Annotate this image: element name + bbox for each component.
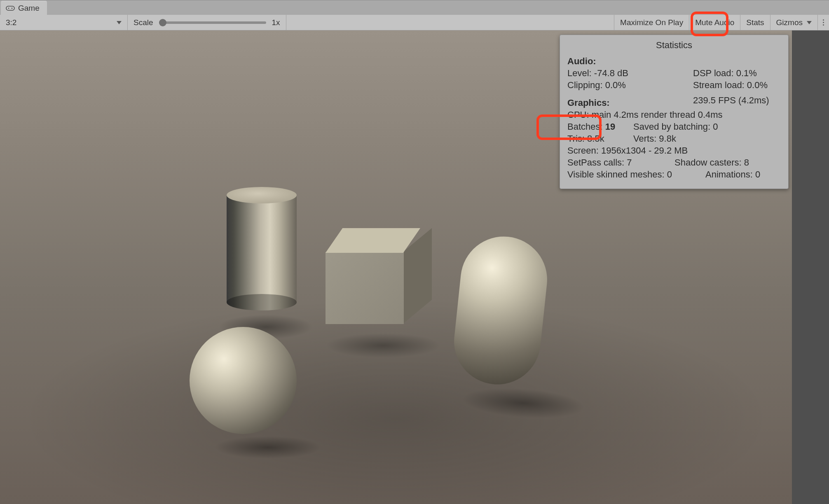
stats-label: Stats [746,18,764,27]
mute-label: Mute Audio [695,18,734,27]
capsule-primitive [450,232,551,389]
audio-dsp: DSP load: 0.1% [693,67,757,79]
scale-label: Scale [133,18,153,27]
graphics-tris: Tris: 8.5k [567,133,633,145]
scale-group: Scale 1x [128,15,286,30]
game-icon [6,5,15,12]
gizmos-label: Gizmos [776,18,803,27]
cube-shadow [326,333,441,358]
audio-stream: Stream load: 0.0% [693,79,768,91]
aspect-value: 3:2 [6,18,16,27]
chevron-down-icon [807,21,812,24]
maximize-on-play-button[interactable]: Maximize On Play [614,15,689,30]
tab-label: Game [18,4,40,13]
stats-button[interactable]: Stats [740,15,770,30]
graphics-cpu: CPU: main 4.2ms render thread 0.4ms [567,109,781,121]
svg-point-1 [8,7,9,9]
chevron-down-icon [117,21,122,24]
stats-title: Statistics [567,39,781,51]
cube-primitive [326,228,420,323]
mute-audio-button[interactable]: Mute Audio [689,15,740,30]
sphere-primitive [190,327,297,434]
graphics-screen: Screen: 1956x1304 - 29.2 MB [567,145,781,156]
aspect-dropdown[interactable]: 3:2 [0,15,128,30]
svg-rect-0 [6,6,14,10]
cylinder-primitive [227,187,297,310]
slider-thumb[interactable] [159,19,166,26]
right-gutter [792,30,829,504]
statistics-panel: Statistics Audio: Level: -74.8 dB DSP lo… [560,35,789,189]
graphics-shadow: Shadow casters: 8 [674,156,749,168]
audio-clipping: Clipping: 0.0% [567,79,693,91]
sphere-shadow [214,436,321,459]
kebab-icon [823,19,824,26]
toolbar: 3:2 Scale 1x Maximize On Play Mute Audio… [0,15,829,30]
graphics-setpass: SetPass calls: 7 [567,156,674,168]
capsule-shadow [461,385,586,422]
graphics-header: Graphics: [567,97,693,109]
graphics-anim: Animations: 0 [705,168,760,180]
graphics-fps: 239.5 FPS (4.2ms) [693,94,769,109]
svg-point-2 [12,7,13,9]
scale-value: 1x [272,18,280,27]
audio-header: Audio: [567,55,781,67]
graphics-skinned: Visible skinned meshes: 0 [567,168,705,180]
graphics-batches: Batches: 19 [567,121,633,133]
tab-bar: Game [0,0,829,15]
tab-game[interactable]: Game [1,1,47,15]
audio-level: Level: -74.8 dB [567,67,693,79]
kebab-menu[interactable] [817,15,829,30]
graphics-verts: Verts: 9.8k [633,133,676,145]
scale-slider[interactable] [159,21,266,24]
graphics-saved: Saved by batching: 0 [633,121,718,133]
maximize-label: Maximize On Play [620,18,683,27]
gizmos-dropdown[interactable]: Gizmos [770,15,817,30]
